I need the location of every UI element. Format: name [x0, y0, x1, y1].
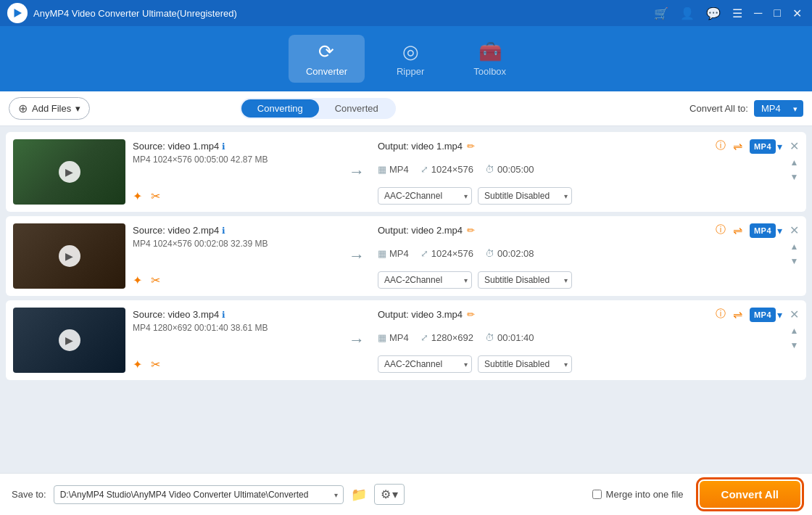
arrow-col: → [343, 308, 370, 373]
minimize-icon[interactable]: ─ [751, 7, 765, 20]
settings-icon[interactable]: ⇌ [733, 223, 742, 237]
mp4-badge: MP4 [750, 139, 776, 154]
chat-icon[interactable]: 💬 [703, 7, 724, 20]
subtitle-select[interactable]: Subtitle Disabled [478, 271, 572, 289]
star-icon[interactable]: ✦ [133, 358, 142, 371]
audio-select-wrapper: AAC-2Channel [378, 271, 472, 289]
save-path-select[interactable]: D:\AnyMP4 Studio\AnyMP4 Video Converter … [54, 485, 344, 504]
format-value: MP4 [389, 164, 409, 175]
nav-toolbox[interactable]: 🧰 Toolbox [456, 35, 523, 83]
settings-button[interactable]: ⚙ ▾ [374, 484, 405, 505]
file-info: Source: video 2.mp4 ℹ MP4 1024×576 00:02… [133, 223, 336, 289]
move-down-icon[interactable]: ▼ [790, 340, 799, 350]
tabs-container: Converting Converted [240, 98, 396, 119]
move-down-icon[interactable]: ▼ [790, 172, 799, 182]
output-selects: AAC-2Channel Subtitle Disabled [378, 355, 742, 373]
detail-icon[interactable]: ⓘ [716, 223, 726, 237]
output-format-row: ▦ MP4 ⤢ 1280×692 ⏱ 00:01:40 [378, 332, 742, 343]
star-icon[interactable]: ✦ [133, 273, 142, 287]
nav-ripper[interactable]: ◎ Ripper [379, 35, 442, 83]
svg-marker-0 [14, 9, 22, 17]
output-header: Output: video 2.mp4 ✏ ⓘ ⇌ [378, 223, 742, 237]
format-grid-icon: ▦ [378, 332, 386, 343]
move-up-icon[interactable]: ▲ [790, 157, 799, 168]
file-actions: ✦ ✂ [133, 189, 336, 203]
remove-icon[interactable]: ✕ [790, 139, 799, 153]
output-format-row: ▦ MP4 ⤢ 1024×576 ⏱ 00:05:00 [378, 164, 742, 175]
output-header-actions: ⓘ ⇌ [716, 308, 742, 321]
info-icon[interactable]: ℹ [222, 310, 225, 320]
nav-toolbox-label: Toolbox [473, 66, 506, 77]
scissors-icon[interactable]: ✂ [151, 358, 160, 371]
play-button[interactable]: ▶ [59, 329, 80, 351]
edit-icon[interactable]: ✏ [467, 141, 475, 152]
merge-checkbox-input[interactable] [592, 490, 602, 499]
subtitle-select-wrapper: Subtitle Disabled [478, 355, 572, 373]
settings-dropdown-icon: ▾ [392, 487, 398, 501]
badge-dropdown-icon[interactable]: ▾ [777, 141, 782, 152]
arrow-col: → [343, 139, 370, 205]
maximize-icon[interactable]: □ [771, 7, 784, 20]
tab-converted[interactable]: Converted [319, 99, 394, 118]
edit-icon[interactable]: ✏ [467, 225, 475, 236]
settings-icon[interactable]: ⇌ [733, 308, 742, 321]
info-icon[interactable]: ℹ [222, 141, 225, 152]
star-icon[interactable]: ✦ [133, 189, 142, 203]
convert-all-to: Convert All to: MP4 MKV AVI MOV [689, 100, 803, 117]
subtitle-select[interactable]: Subtitle Disabled [478, 187, 572, 205]
titlebar: AnyMP4 Video Converter Ultimate(Unregist… [0, 0, 812, 26]
scissors-icon[interactable]: ✂ [151, 273, 160, 287]
subtitle-select-wrapper: Subtitle Disabled [478, 271, 572, 289]
close-icon[interactable]: ✕ [790, 7, 805, 20]
move-down-icon[interactable]: ▼ [790, 256, 799, 266]
close-col: ✕ ▲ ▼ [790, 139, 799, 205]
user-icon[interactable]: 👤 [677, 7, 697, 20]
badge-col: MP4 ▾ [750, 308, 782, 373]
resolution-badge: ⤢ 1024×576 [420, 164, 473, 175]
tab-converting[interactable]: Converting [241, 99, 319, 118]
resolution-badge: ⤢ 1280×692 [420, 332, 473, 343]
nav-converter[interactable]: ⟳ Converter [289, 35, 365, 83]
folder-icon[interactable]: 📁 [351, 487, 367, 503]
remove-icon[interactable]: ✕ [790, 223, 799, 237]
play-button[interactable]: ▶ [59, 245, 80, 267]
output-info: Output: video 2.mp4 ✏ ⓘ ⇌ ▦ MP4 ⤢ 1024×5… [378, 223, 742, 289]
edit-icon[interactable]: ✏ [467, 309, 475, 320]
detail-icon[interactable]: ⓘ [716, 308, 726, 321]
move-up-icon[interactable]: ▲ [790, 326, 799, 336]
subtitle-select[interactable]: Subtitle Disabled [478, 355, 572, 373]
format-badge: ▦ MP4 [378, 332, 409, 343]
audio-select-wrapper: AAC-2Channel [378, 355, 472, 373]
cart-icon[interactable]: 🛒 [651, 7, 671, 20]
convert-all-button[interactable]: Convert All [700, 481, 800, 508]
resolution-value: 1024×576 [431, 164, 473, 175]
format-select[interactable]: MP4 MKV AVI MOV [754, 100, 803, 117]
duration-badge: ⏱ 00:02:08 [485, 248, 534, 259]
output-selects: AAC-2Channel Subtitle Disabled [378, 271, 742, 289]
info-icon[interactable]: ℹ [222, 226, 225, 236]
output-header: Output: video 3.mp4 ✏ ⓘ ⇌ [378, 308, 742, 321]
audio-select[interactable]: AAC-2Channel [378, 271, 472, 289]
output-header-actions: ⓘ ⇌ [716, 223, 742, 237]
plus-icon: ⊕ [18, 102, 28, 115]
duration-value: 00:01:40 [497, 332, 534, 343]
scissors-icon[interactable]: ✂ [151, 189, 160, 203]
arrow-right-icon: → [349, 247, 365, 265]
badge-dropdown-icon[interactable]: ▾ [777, 225, 782, 236]
badge-col: MP4 ▾ [750, 139, 782, 205]
detail-icon[interactable]: ⓘ [716, 139, 726, 153]
output-header: Output: video 1.mp4 ✏ ⓘ ⇌ [378, 139, 742, 153]
save-to-label: Save to: [12, 489, 46, 500]
play-button[interactable]: ▶ [59, 161, 80, 183]
audio-select[interactable]: AAC-2Channel [378, 355, 472, 373]
badge-dropdown-icon[interactable]: ▾ [777, 309, 782, 321]
add-files-button[interactable]: ⊕ Add Files ▾ [9, 97, 90, 120]
menu-icon[interactable]: ☰ [729, 7, 745, 20]
settings-icon[interactable]: ⇌ [733, 139, 742, 153]
file-meta: MP4 1280×692 00:01:40 38.61 MB [133, 323, 336, 333]
file-actions: ✦ ✂ [133, 358, 336, 371]
resolution-badge: ⤢ 1024×576 [420, 248, 473, 259]
move-up-icon[interactable]: ▲ [790, 242, 799, 252]
audio-select[interactable]: AAC-2Channel [378, 187, 472, 205]
remove-icon[interactable]: ✕ [790, 308, 799, 321]
